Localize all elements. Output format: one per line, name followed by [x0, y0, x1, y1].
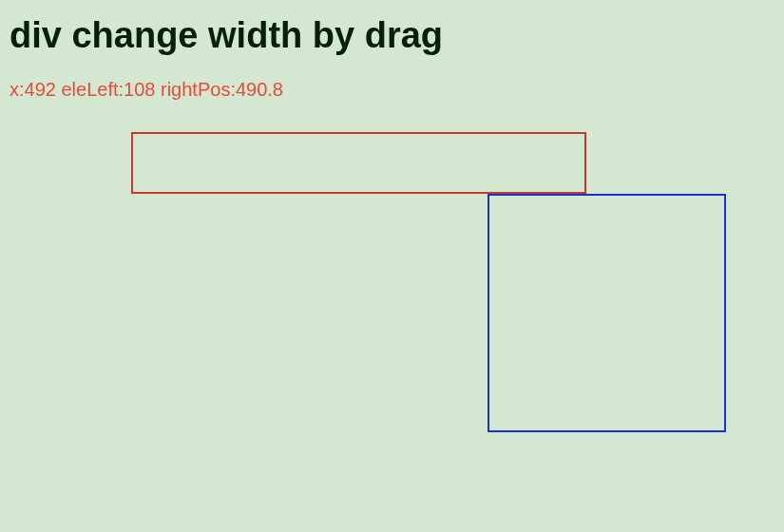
resizable-red-box[interactable]: [131, 132, 586, 194]
status-text: x:492 eleLeft:108 rightPos:490.8: [0, 56, 784, 101]
draggable-blue-box[interactable]: [488, 194, 726, 432]
page-title: div change width by drag: [0, 0, 784, 56]
